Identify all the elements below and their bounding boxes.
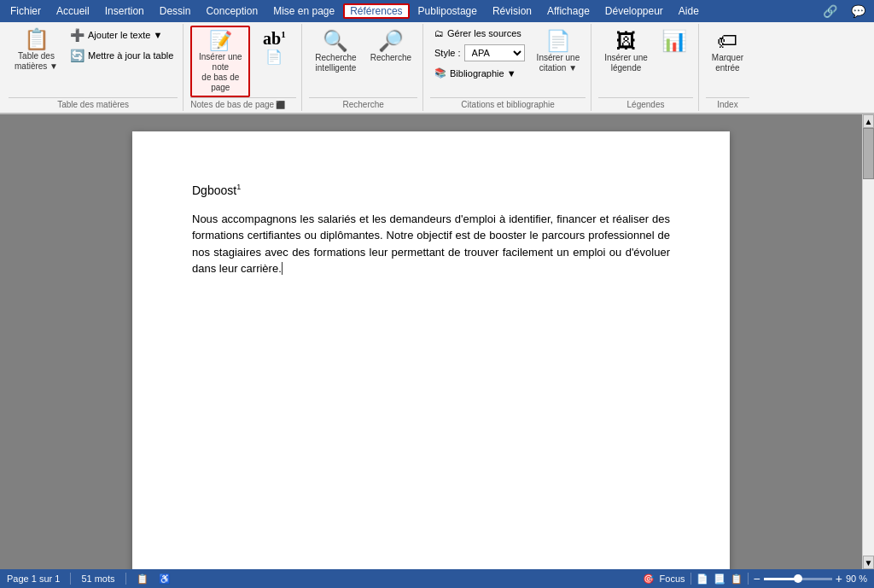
renvoi-icon: 📊 (661, 29, 687, 53)
ab-icon: ab1 (263, 29, 286, 49)
btn-inserer-citation[interactable]: 📄 Insérer unecitation ▼ (531, 26, 586, 77)
zoom-plus-btn[interactable]: + (836, 572, 842, 585)
menu-dessin[interactable]: Dessin (153, 3, 198, 19)
group-citations-label: Citations et bibliographie (430, 97, 586, 109)
recherche-intell-label: Rechercheintelligente (315, 53, 356, 73)
menu-aide[interactable]: Aide (672, 3, 706, 19)
marquer-icon: 🏷 (717, 29, 737, 53)
focus-icon[interactable]: 🎯 (643, 573, 655, 585)
scroll-track[interactable] (863, 128, 874, 556)
focus-label[interactable]: Focus (660, 573, 685, 584)
btn-renvoi[interactable]: 📊 (656, 26, 693, 56)
group-legendes-label: Légendes (598, 97, 693, 109)
group-recherche: 🔍 Rechercheintelligente 🔎 Recherche Rech… (304, 24, 423, 111)
legende-label: Insérer unelégende (604, 53, 648, 73)
citation-label: Insérer unecitation ▼ (537, 53, 580, 73)
sep2 (125, 573, 126, 585)
accessibility-icon[interactable]: ♿ (159, 573, 171, 585)
biblio-label: Bibliographie ▼ (450, 68, 516, 79)
statusbar: Page 1 sur 1 51 mots 📋 ♿ 🎯 Focus 📄 📃 📋 −… (0, 569, 874, 588)
group-index: 🏷 Marquerentrée Index (701, 24, 755, 111)
update-table-icon: 🔄 (70, 49, 84, 62)
zoom-level[interactable]: 90 % (846, 573, 867, 584)
word-count[interactable]: 51 mots (81, 573, 114, 584)
btn-note-fin[interactable]: 📄 (252, 45, 296, 68)
zoom-handle[interactable] (794, 574, 802, 583)
document-scroll[interactable]: Dgboost1 Nous accompagnons les salariés … (0, 114, 862, 569)
menu-developpeur[interactable]: Développeur (598, 3, 670, 19)
group-citations: 🗂 Gérer les sources Style : APA MLA Chic… (425, 24, 591, 111)
zoom-fill (764, 578, 798, 580)
ribbon: 📋 Table desmatières ▼ ➕ Ajouter le texte… (0, 22, 874, 114)
menu-affichage[interactable]: Affichage (540, 3, 597, 19)
biblio-icon: 📚 (434, 67, 446, 79)
view-icon-2[interactable]: 📃 (714, 573, 725, 585)
scrollbar-vertical[interactable]: ▲ ▼ (862, 114, 874, 569)
scroll-down-btn[interactable]: ▼ (863, 556, 874, 569)
btn-bibliographie[interactable]: 📚 Bibliographie ▼ (430, 65, 529, 81)
update-table-label: Mettre à jour la table (88, 50, 173, 61)
proofing-icon[interactable]: 📋 (137, 573, 149, 585)
text-cursor (282, 262, 283, 275)
zoom-control: − + 90 % (754, 572, 867, 585)
group-notes-bas-page: 📝 Insérer une notede bas de page ab1 📄 (185, 24, 302, 111)
document-page: Dgboost1 Nous accompagnons les salariés … (132, 131, 730, 569)
style-select[interactable]: APA MLA Chicago (464, 44, 525, 61)
menu-accueil[interactable]: Accueil (50, 3, 96, 19)
gerer-sources-label: Gérer les sources (447, 28, 521, 38)
group-citations-items: 🗂 Gérer les sources Style : APA MLA Chic… (430, 26, 586, 97)
btn-mettre-a-jour-table[interactable]: 🔄 Mettre à jour la table (66, 46, 178, 65)
zoom-track[interactable] (764, 578, 832, 580)
notes-dialog-icon[interactable]: ⬛ (276, 101, 285, 109)
recherche-icon: 🔎 (378, 29, 404, 53)
style-row: Style : APA MLA Chicago (430, 42, 529, 64)
marquer-label: Marquerentrée (712, 53, 743, 73)
view-icon-3[interactable]: 📋 (731, 573, 743, 585)
btn-table-des-matieres[interactable]: 📋 Table desmatières ▼ (9, 26, 64, 75)
add-text-icon: ➕ (70, 28, 84, 42)
btn-recherche-intelligente[interactable]: 🔍 Rechercheintelligente (309, 26, 362, 77)
group-index-items: 🏷 Marquerentrée (706, 26, 749, 97)
menu-fichier[interactable]: Fichier (3, 3, 48, 19)
menu-references[interactable]: Références (343, 3, 409, 19)
group-toc-items: 📋 Table desmatières ▼ ➕ Ajouter le texte… (9, 26, 178, 97)
style-label: Style : (434, 48, 461, 58)
toc-icon: 📋 (24, 29, 50, 49)
btn-recherche[interactable]: 🔎 Recherche (364, 26, 417, 67)
menu-insertion[interactable]: Insertion (98, 3, 151, 19)
btn-gerer-sources[interactable]: 🗂 Gérer les sources (430, 26, 529, 41)
document-area: Dgboost1 Nous accompagnons les salariés … (0, 114, 874, 569)
menubar-right-actions: 🔗 💬 (818, 3, 871, 20)
menu-miseenpage[interactable]: Mise en page (266, 3, 341, 19)
document-body[interactable]: Nous accompagnons les salariés et les de… (192, 211, 670, 277)
scroll-up-btn[interactable]: ▲ (863, 114, 874, 128)
gerer-sources-icon: 🗂 (434, 28, 444, 38)
doc-superscript: 1 (236, 183, 241, 191)
menu-publipostage[interactable]: Publipostage (411, 3, 484, 19)
group-notes-label: Notes de bas de page ⬛ (190, 97, 296, 109)
btn-ajouter-texte[interactable]: ➕ Ajouter le texte ▼ (66, 26, 178, 44)
comment-icon[interactable]: 💬 (846, 3, 871, 20)
zoom-minus-btn[interactable]: − (754, 572, 760, 585)
page-indicator[interactable]: Page 1 sur 1 (7, 573, 60, 584)
view-icon-1[interactable]: 📄 (696, 573, 708, 585)
add-text-label: Ajouter le texte ▼ (88, 30, 162, 40)
btn-inserer-legende[interactable]: 🖼 Insérer unelégende (598, 26, 654, 77)
btn-marquer-entree[interactable]: 🏷 Marquerentrée (706, 26, 749, 77)
recherche-intell-icon: 🔍 (323, 29, 348, 53)
citation-icon: 📄 (545, 29, 571, 53)
btn-toc-label: Table desmatières ▼ (15, 51, 58, 72)
group-index-label: Index (706, 97, 749, 109)
sep3 (690, 573, 691, 585)
group-toc-label: Table des matières (9, 97, 178, 109)
group-recherche-label: Recherche (309, 97, 417, 109)
scroll-thumb[interactable] (863, 128, 874, 179)
share-icon[interactable]: 🔗 (818, 3, 842, 20)
group-legendes: 🖼 Insérer unelégende 📊 Légendes (593, 24, 699, 111)
btn-inserer-note-bas-page[interactable]: 📝 Insérer une notede bas de page (190, 26, 250, 97)
menu-conception[interactable]: Conception (199, 3, 265, 19)
menu-revision[interactable]: Révision (486, 3, 539, 19)
sep4 (748, 573, 749, 585)
note-label: Insérer une notede bas de page (197, 52, 243, 93)
group-recherche-items: 🔍 Rechercheintelligente 🔎 Recherche (309, 26, 417, 97)
